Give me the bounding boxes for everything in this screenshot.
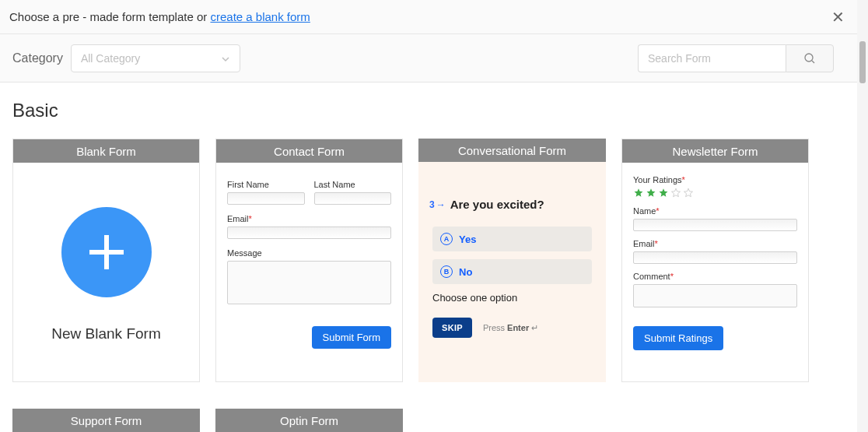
last-name-label: Last Name [314, 180, 392, 189]
modal-header: Choose a pre - made form template or cre… [0, 0, 857, 34]
section-title: Basic [12, 100, 845, 121]
last-name-field [314, 192, 392, 205]
card-title: Blank Form [13, 139, 199, 163]
helper-text: Choose one option [432, 292, 592, 304]
email-label: Email* [633, 239, 797, 248]
comment-field [633, 284, 797, 307]
template-card-blank[interactable]: Blank Form New Blank Form [12, 139, 200, 382]
enter-hint: Press Enter ↵ [483, 323, 538, 333]
template-card-conversational[interactable]: Conversational Form 3→ Are you excited? … [418, 139, 606, 382]
template-card-contact[interactable]: Contact Form First Name Last Name [215, 139, 403, 382]
template-card-optin[interactable]: Optin Form [215, 409, 403, 432]
comment-label: Comment* [633, 272, 797, 281]
question-number: 3→ [429, 199, 446, 210]
search-icon [803, 52, 816, 65]
star-icon [633, 188, 644, 198]
option-a-label: Yes [459, 234, 476, 245]
star-icon [658, 188, 669, 198]
blank-cta: New Blank Form [51, 325, 160, 342]
card-title: Contact Form [216, 139, 402, 163]
submit-form-button[interactable]: Submit Form [312, 326, 391, 349]
name-field [633, 219, 797, 231]
card-title: Conversational Form [418, 139, 606, 162]
star-rating [633, 188, 797, 198]
chevron-down-icon [221, 54, 230, 63]
star-empty-icon [670, 188, 681, 198]
star-empty-icon [683, 188, 694, 198]
search-input[interactable] [638, 44, 786, 72]
page-scrollbar-thumb[interactable] [859, 41, 866, 83]
email-label: Email* [227, 214, 391, 223]
skip-button[interactable]: SKIP [432, 318, 472, 338]
first-name-label: First Name [227, 180, 305, 189]
svg-line-1 [812, 61, 814, 63]
header-prefix: Choose a pre - made form template or [9, 10, 210, 23]
name-label: Name* [633, 206, 797, 216]
option-yes[interactable]: A Yes [432, 227, 592, 251]
header-text: Choose a pre - made form template or cre… [9, 10, 310, 23]
message-label: Message [227, 248, 391, 258]
svg-point-0 [805, 54, 813, 61]
question-text: Are you excited? [450, 198, 544, 211]
category-select[interactable]: All Category [71, 44, 240, 72]
email-field [633, 251, 797, 264]
search-button[interactable] [786, 44, 834, 72]
filter-bar: Category All Category [0, 34, 857, 83]
template-card-newsletter[interactable]: Newsletter Form Your Ratings* Name* [621, 139, 809, 382]
close-icon[interactable]: ✕ [831, 9, 845, 25]
template-card-support[interactable]: Support Form [12, 409, 200, 432]
plus-icon [61, 207, 152, 297]
create-blank-link[interactable]: create a blank form [210, 10, 310, 23]
page-scrollbar-track[interactable] [857, 0, 868, 432]
category-value: All Category [81, 52, 140, 65]
star-icon [646, 188, 656, 198]
option-no[interactable]: B No [432, 259, 592, 284]
ratings-label: Your Ratings* [633, 175, 797, 184]
option-badge-b: B [440, 265, 453, 278]
arrow-right-icon: → [436, 199, 446, 210]
submit-ratings-button[interactable]: Submit Ratings [633, 326, 723, 350]
first-name-field [227, 192, 305, 205]
option-badge-a: A [440, 233, 453, 245]
option-b-label: No [459, 266, 472, 278]
message-field [227, 261, 391, 304]
email-field [227, 227, 391, 239]
card-title: Newsletter Form [622, 139, 808, 163]
category-label: Category [12, 51, 63, 65]
